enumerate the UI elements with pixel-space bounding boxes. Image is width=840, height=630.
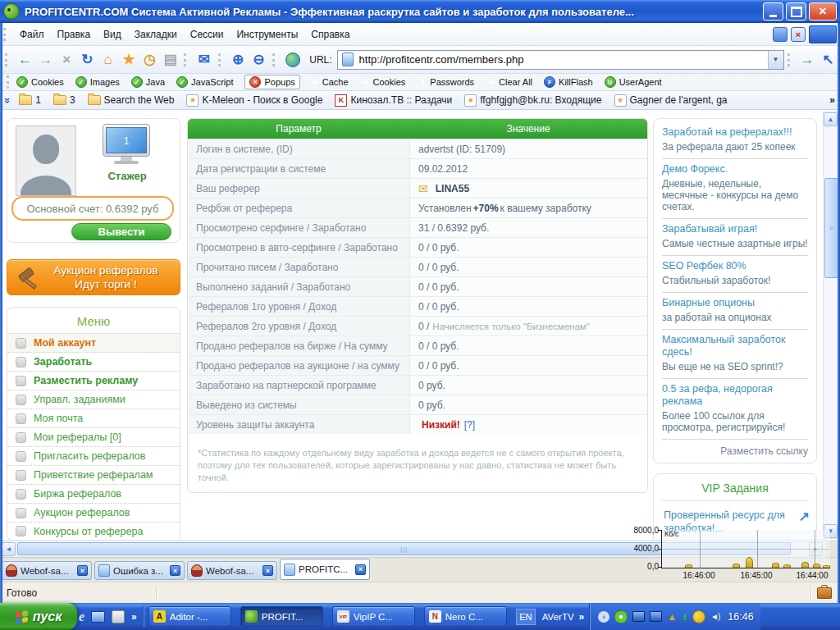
sidebar-menu-item[interactable]: Аукцион рефералов	[7, 503, 180, 522]
url-input[interactable]	[358, 52, 768, 66]
ad-item[interactable]: 0.5 за рефа, недорогая реклама Более 100…	[662, 379, 808, 440]
ad-title[interactable]: SEO Рефбек 80%	[662, 260, 808, 272]
sidebar-menu-item[interactable]: Приветствие рефералам	[7, 465, 180, 484]
ad-title[interactable]: Бинарные опционы	[662, 297, 808, 309]
network-monitor-icon[interactable]	[632, 611, 645, 622]
menu-item[interactable]: Сессии	[184, 26, 231, 43]
toolbar-grip[interactable]	[5, 53, 10, 66]
forward-icon[interactable]: →	[35, 49, 56, 71]
tab-close-icon[interactable]: ×	[355, 564, 366, 575]
menu-item[interactable]: Вид	[97, 26, 128, 43]
avertv-toolbar-label[interactable]: AVerTV	[542, 612, 574, 622]
scroll-up-icon[interactable]: ▲	[824, 112, 838, 126]
close-button[interactable]: ×	[809, 2, 837, 21]
reload-icon[interactable]: ↻	[77, 49, 98, 71]
zoom-in-icon[interactable]: ⊕	[227, 49, 248, 71]
sidebar-menu-item[interactable]: Заработать	[7, 352, 180, 371]
menu-item[interactable]: Закладки	[128, 26, 184, 43]
menu-item[interactable]: Файл	[13, 26, 51, 43]
star-icon[interactable]: ★	[118, 49, 139, 71]
taskbar-task-button[interactable]: PROFIT...	[240, 606, 323, 627]
help-link[interactable]: [?]	[464, 419, 475, 431]
bookmarks-overflow-chevron[interactable]: »	[829, 94, 835, 106]
go-icon[interactable]: →	[797, 49, 817, 71]
bookmark-item[interactable]: 3	[53, 94, 75, 106]
toolbar-grip[interactable]	[3, 28, 8, 41]
bookmark-item[interactable]: 1	[19, 94, 41, 106]
mail-icon[interactable]: ✉	[194, 49, 214, 71]
ad-item[interactable]: SEO Рефбек 80% Стабильный заработок!	[662, 256, 808, 293]
ad-item[interactable]: Бинарные опционы за работай на опционах	[662, 293, 808, 330]
language-indicator[interactable]: EN	[516, 609, 536, 625]
sidebar-menu-item[interactable]: Разместить рекламу	[7, 371, 180, 390]
globe-icon[interactable]	[282, 49, 303, 71]
taskbar-task-button[interactable]: VipIP C...	[332, 606, 415, 627]
auction-button[interactable]: Аукцион рефералов Идут торги !	[7, 259, 180, 295]
privacy-toggle[interactable]: Cookies	[16, 76, 64, 88]
menu-item[interactable]: Инструменты	[230, 26, 304, 43]
toolbar-grip[interactable]	[7, 75, 11, 89]
sidebar-menu-item[interactable]: Конкурсы от реферера	[7, 522, 180, 540]
privacy-toggle[interactable]: Clear All	[486, 77, 532, 87]
sidebar-menu-item[interactable]: Биржа рефералов	[7, 484, 180, 503]
toolbar-grip[interactable]	[218, 53, 223, 66]
bookmark-item[interactable]: Gagner de l'argent, ga	[614, 94, 728, 107]
taskbar-task-button[interactable]: Aditor -...	[148, 606, 231, 627]
bookmark-item[interactable]: Search the Web	[88, 94, 175, 106]
mail-icon[interactable]: ✉	[418, 182, 428, 195]
vertical-scrollbar[interactable]: ▲ ≡ ▼	[823, 112, 838, 539]
bookmark-item[interactable]: K-Meleon - Поиск в Google	[186, 94, 322, 107]
show-desktop-icon[interactable]	[91, 611, 105, 623]
withdraw-button[interactable]: Вывести	[71, 223, 171, 240]
security-briefcase-icon[interactable]	[817, 587, 832, 599]
menu-item[interactable]: Справка	[304, 26, 356, 43]
stop-icon[interactable]: ×	[57, 49, 77, 71]
internet-explorer-icon[interactable]: e	[79, 609, 84, 624]
updown-arrows-icon[interactable]: ▲▼	[682, 613, 687, 621]
ad-title[interactable]: Демо Форекс.	[662, 163, 808, 176]
toolbar-grip[interactable]	[184, 53, 189, 66]
tab-title[interactable]: Webof-sa...	[206, 566, 260, 576]
chevron-down-icon[interactable]: »	[2, 97, 14, 103]
browser-tab[interactable]: Webof-sa... ×	[2, 561, 92, 580]
home-icon[interactable]: ⌂	[98, 49, 118, 71]
url-bar[interactable]: ▼	[337, 50, 784, 70]
privacy-toggle[interactable]: KillFlash	[544, 76, 593, 88]
browser-tab[interactable]: Webof-sa... ×	[187, 561, 277, 580]
sidebar-menu-item[interactable]: Мои рефералы [0]	[7, 427, 180, 446]
tab-close-icon[interactable]: ×	[77, 565, 88, 576]
privacy-toggle[interactable]: JavaScript	[176, 76, 233, 88]
volume-icon[interactable]: ◄)	[710, 612, 719, 621]
sidebar-menu-item[interactable]: Моя почта	[7, 409, 180, 427]
privacy-toggle[interactable]: Java	[131, 76, 165, 88]
browser-tab[interactable]: PROFITC... ×	[280, 559, 370, 580]
media-app-icon[interactable]	[112, 610, 125, 623]
ad-title[interactable]: Заработай на рефералах!!!	[662, 126, 808, 139]
ad-item[interactable]: Демо Форекс. Дневные, недельные, месячны…	[662, 159, 808, 219]
minimize-button[interactable]	[763, 2, 783, 21]
bookmark-item[interactable]: Кинозал.ТВ :: Раздачи	[335, 94, 452, 107]
ad-item[interactable]: Максимальный заработок сдесь! Вы еще не …	[662, 330, 808, 379]
ad-item[interactable]: Заработай на рефералах!!! За реферала да…	[662, 122, 808, 159]
taskbar-overflow-chevron[interactable]: »	[579, 611, 585, 623]
place-link-button[interactable]: Разместить ссылку	[662, 440, 808, 461]
scroll-left-icon[interactable]: ◄	[2, 542, 16, 556]
zoom-out-icon[interactable]: ⊖	[249, 49, 269, 71]
round-app-icon[interactable]	[692, 610, 705, 623]
url-dropdown-button[interactable]: ▼	[768, 51, 783, 69]
tab-title[interactable]: Ошибка з...	[113, 566, 167, 576]
bookmark-item[interactable]: ffghfgjgh@bk.ru: Входящие	[464, 94, 601, 107]
privacy-toggle[interactable]: Images	[75, 76, 120, 88]
tab-close-icon[interactable]: ×	[170, 565, 180, 576]
tab-title[interactable]: PROFITC...	[299, 564, 353, 574]
tab-title[interactable]: Webof-sa...	[21, 566, 75, 576]
tab-close-icon[interactable]: ×	[262, 565, 273, 576]
sidebar-menu-item[interactable]: Пригласить рефералов	[7, 446, 180, 465]
window-small-icon[interactable]	[773, 27, 788, 42]
start-button[interactable]: пуск	[0, 603, 77, 630]
taskbar-task-button[interactable]: Nero C...	[424, 606, 507, 627]
privacy-toggle[interactable]: Cache	[309, 77, 349, 87]
tray-collapse-icon[interactable]: ‹	[598, 611, 609, 623]
upload-arrow-icon[interactable]: ▲	[667, 613, 677, 621]
ad-item[interactable]: Зарабатывай играя! Самые честные азартны…	[662, 219, 808, 256]
